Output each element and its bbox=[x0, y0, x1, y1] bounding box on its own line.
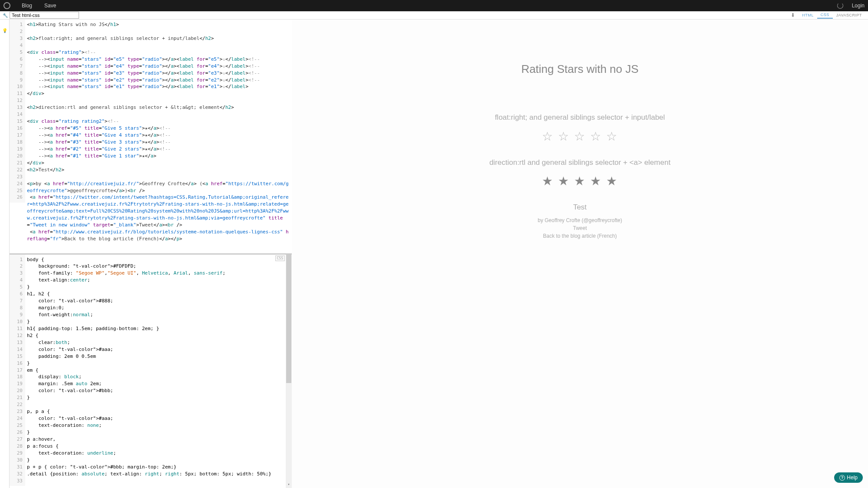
wrench-icon[interactable]: 🔧 bbox=[3, 13, 8, 18]
html-editor[interactable]: 1234567891011121314151617181920212223242… bbox=[10, 20, 292, 253]
help-button[interactable]: ? Help bbox=[834, 472, 863, 483]
css-code[interactable]: body { background: "t-val-color">#FDFDFD… bbox=[25, 255, 292, 488]
preview-h2-1: float:right; and general siblings select… bbox=[292, 98, 868, 126]
title-input[interactable] bbox=[10, 12, 79, 19]
refresh-icon[interactable] bbox=[837, 3, 843, 9]
css-scrollbar[interactable]: ▾ bbox=[286, 255, 292, 488]
preview-byline: by Geoffrey Crofte (@geoffreycrofte) bbox=[292, 217, 868, 223]
tab-html[interactable]: HTML bbox=[799, 12, 817, 18]
preview-h2-2: direction:rtl and general siblings selec… bbox=[292, 144, 868, 171]
handle-link[interactable]: @geoffreycrofte bbox=[583, 217, 620, 223]
logo-icon[interactable] bbox=[3, 2, 10, 9]
tab-css[interactable]: CSS bbox=[817, 12, 833, 19]
nav-login[interactable]: Login bbox=[852, 3, 865, 9]
nav-blog[interactable]: Blog bbox=[16, 3, 38, 9]
preview-pane: Rating Stars with no JS float:right; and… bbox=[292, 20, 868, 488]
css-gutter: 1234567891011121314151617181920212223242… bbox=[10, 255, 25, 486]
topbar: Blog Save Login bbox=[0, 0, 868, 11]
author-link[interactable]: Geoffrey Crofte bbox=[545, 217, 580, 223]
toolbar: 🔧 ⬇ HTML CSS JAVASCRIPT bbox=[0, 11, 868, 20]
left-sidebar: 💡 bbox=[0, 20, 10, 488]
stars-empty[interactable]: ☆ ☆ ☆ ☆ ☆ bbox=[542, 129, 617, 144]
bulb-icon[interactable]: 💡 bbox=[0, 28, 9, 33]
tab-javascript[interactable]: JAVASCRIPT bbox=[833, 12, 865, 18]
preview-h1: Rating Stars with no JS bbox=[292, 46, 868, 98]
stars-filled[interactable]: ★ ★ ★ ★ ★ bbox=[542, 174, 617, 188]
tweet-link[interactable]: Tweet bbox=[573, 225, 587, 231]
html-gutter: 1234567891011121314151617181920212223242… bbox=[10, 20, 25, 203]
download-icon[interactable]: ⬇ bbox=[791, 12, 795, 18]
css-editor[interactable]: CSS 123456789101112131415161718192021222… bbox=[10, 253, 292, 488]
preview-h2-3: Test bbox=[292, 188, 868, 216]
help-icon: ? bbox=[839, 475, 845, 481]
back-link[interactable]: Back to the blog article (French) bbox=[543, 233, 617, 239]
nav-save[interactable]: Save bbox=[38, 3, 62, 9]
html-code[interactable]: <h1>Rating Stars with no JS</h1> <h2>flo… bbox=[25, 20, 292, 253]
